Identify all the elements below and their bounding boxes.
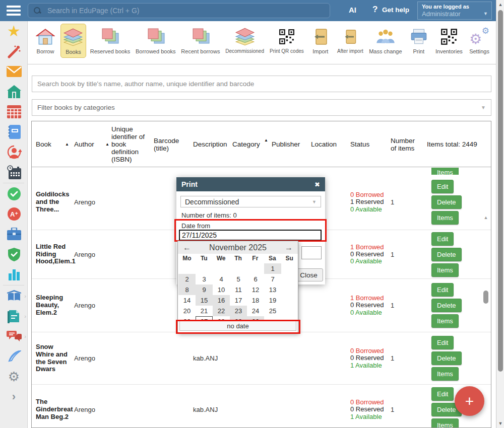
sidebar-item-statistics[interactable] [0,264,28,284]
sidebar-item-home[interactable] [0,82,28,102]
items-button[interactable]: Items [431,314,459,328]
toolbar-item-borrowed-books[interactable]: Borrowed books [134,24,177,57]
calendar-day[interactable]: 7 [264,274,281,284]
toolbar-item-settings[interactable]: ⚙⚙ Settings [467,24,492,57]
column-header-author[interactable]: Author [74,121,103,167]
toolbar-item-books[interactable]: Books [60,24,86,58]
add-book-fab[interactable]: + [455,386,484,416]
calendar-day[interactable]: 10 [213,284,230,295]
sidebar-item-classbook[interactable] [0,122,28,142]
delete-button[interactable]: Delete [431,195,462,209]
sidebar-item-attendance[interactable] [0,184,28,204]
toolbar-item-recent-borrows[interactable]: Recent borrows [179,24,221,57]
toolbar-item-print[interactable]: Print [406,24,431,57]
edit-button[interactable]: Edit [431,336,454,349]
delete-button[interactable]: Delete [431,248,462,261]
sidebar-item-office[interactable] [0,224,28,244]
scroll-up-icon[interactable]: ▲ [482,215,489,220]
sidebar-item-admin[interactable] [0,244,28,264]
ai-button[interactable]: AI [349,6,356,14]
book-search-input[interactable] [32,76,491,92]
calendar-day[interactable]: 11 [230,284,247,295]
get-help-button[interactable]: Get help [382,6,409,14]
delete-button[interactable]: Delete [431,299,462,312]
sidebar-item-timetable[interactable] [0,102,28,122]
column-header-description[interactable]: Description [193,121,227,167]
sidebar-item-grades[interactable]: A⁺ [0,204,28,224]
edit-button[interactable]: Edit [431,232,454,246]
column-header-barcode[interactable]: Barcode (title) [154,121,184,167]
edit-button[interactable]: Edit [431,180,454,193]
items-button[interactable]: Items [431,418,459,428]
items-button[interactable]: Items [431,263,459,277]
items-button[interactable]: Items [431,168,459,175]
toolbar-item-after-import[interactable]: After import [336,24,365,56]
close-button[interactable]: Close [294,268,323,281]
column-header-number-of-items[interactable]: Number of items [391,121,422,167]
sort-asc-icon[interactable]: ▲ [65,142,69,147]
sidebar-item-signature[interactable] [0,346,28,367]
calendar-day[interactable]: 24 [247,306,264,316]
sidebar-item-communication[interactable]: › [0,326,28,346]
previous-month-arrow-icon[interactable]: ← [183,244,191,252]
next-month-arrow-icon[interactable]: → [285,244,293,252]
edit-button[interactable]: Edit [431,283,454,297]
toolbar-item-import[interactable]: Import [308,24,333,57]
no-date-button[interactable]: no date [179,321,296,331]
table-scrollbar-thumb[interactable] [483,291,488,304]
scroll-up-icon[interactable]: ▲ [496,1,504,9]
calendar-day[interactable]: 1 [264,263,281,274]
toolbar-item-print-qr-codes[interactable]: Print QR codes [268,24,305,56]
sidebar-expand[interactable]: › [0,387,28,407]
page-scrollbar[interactable]: ▲ ▼ [496,0,504,428]
calendar-day[interactable]: 25 [264,306,281,316]
calendar-day[interactable]: 17 [230,295,247,306]
calendar-day[interactable]: 21 [196,306,213,316]
items-button[interactable]: Items [431,367,459,381]
sidebar-item-library[interactable]: › [0,286,28,306]
help-icon[interactable]: ? [372,5,377,15]
calendar-day[interactable]: 20 [178,306,196,316]
calendar-day[interactable]: 16 [213,295,230,306]
page-scrollbar-thumb[interactable] [498,10,503,372]
date-to-input[interactable] [301,246,322,259]
calendar-day[interactable]: 22 [213,306,230,316]
calendar-day[interactable]: 5 [230,274,247,284]
calendar-day[interactable]: 13 [264,284,281,295]
toolbar-item-reserved-books[interactable]: Reserved books [89,24,132,57]
edit-button[interactable]: Edit [431,387,454,401]
calendar-day[interactable]: 18 [247,295,264,306]
toolbar-item-decommissioned[interactable]: Decommissioned [224,24,266,56]
toolbar-item-borrow[interactable]: Borrow [33,24,58,57]
sidebar-item-wizard[interactable] [0,41,28,61]
items-button[interactable]: Items [431,211,459,225]
calendar-day[interactable]: 12 [247,284,264,295]
hamburger-menu-icon[interactable] [7,6,21,16]
column-header-isbn[interactable]: Unique identifier of book definition (IS… [111,121,148,167]
print-type-select[interactable]: Decommissioned ▼ [180,196,321,207]
date-from-input[interactable] [179,230,322,241]
toolbar-item-inventories[interactable]: Inventories [434,24,464,57]
account-menu[interactable]: You are logged as Administrator ▼ [417,2,492,20]
close-icon[interactable]: ✖ [314,181,320,188]
calendar-day[interactable]: 23 [230,306,247,316]
column-header-location[interactable]: Location [311,121,341,167]
column-header-status[interactable]: Status [350,121,381,167]
sidebar-item-settings[interactable]: ⚙ [0,367,28,387]
column-header-book[interactable]: Book [36,121,65,167]
calendar-day[interactable]: 8 [178,284,196,295]
sidebar-item-messages[interactable] [0,61,28,82]
sidebar-item-substitution[interactable] [0,142,28,162]
sidebar-item-favorites[interactable]: ★ [0,21,28,41]
calendar-day[interactable]: 19 [264,295,281,306]
calendar-day[interactable]: 4 [213,274,230,284]
calendar-day[interactable]: 6 [247,274,264,284]
calendar-day[interactable]: 9 [196,284,213,295]
calendar-day[interactable]: 2 [178,274,196,284]
global-search-input[interactable] [47,7,325,15]
column-header-publisher[interactable]: Publisher [272,121,304,167]
calendar-day[interactable]: 3 [196,274,213,284]
scroll-down-icon[interactable]: ▼ [496,419,504,427]
sort-asc-icon[interactable]: ▲ [264,138,268,142]
category-filter-select[interactable]: Filter books by categories ▼ [32,99,491,116]
